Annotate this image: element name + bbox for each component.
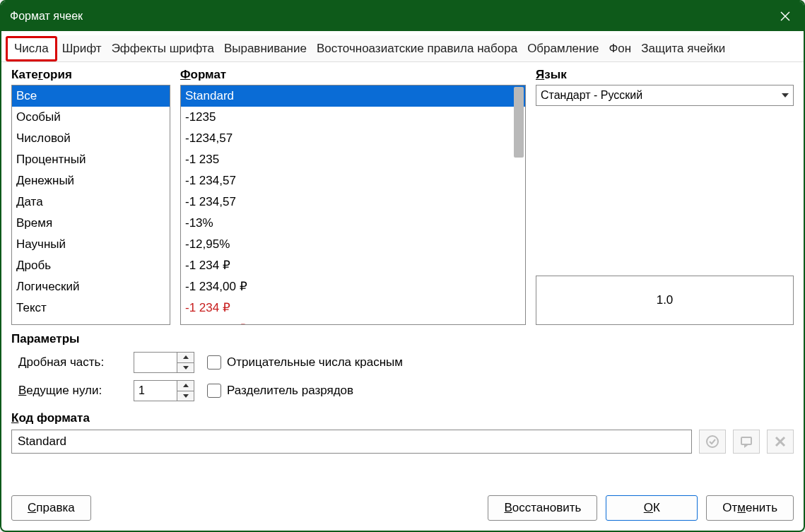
chevron-up-icon bbox=[183, 384, 189, 387]
chevron-up-icon bbox=[183, 355, 189, 359]
comment-icon bbox=[739, 435, 753, 449]
category-label: Категория bbox=[11, 68, 170, 82]
format-item[interactable]: -1235 bbox=[181, 107, 525, 128]
category-item[interactable]: Особый bbox=[12, 107, 170, 128]
category-item[interactable]: Время bbox=[12, 213, 170, 234]
language-column: Язык Стандарт - Русский 1.0 bbox=[536, 68, 794, 325]
format-item[interactable]: -13% bbox=[181, 213, 525, 234]
format-item[interactable]: -1 234,00 ₽ bbox=[181, 276, 525, 297]
format-listbox[interactable]: Standard-1235-1234,57-1 235-1 234,57-1 2… bbox=[180, 85, 526, 325]
chevron-down-icon bbox=[183, 394, 189, 398]
comment-button[interactable] bbox=[733, 430, 760, 454]
leading-spinner[interactable] bbox=[134, 380, 194, 401]
leading-input[interactable] bbox=[134, 381, 177, 401]
thousands-sep-option[interactable]: Разделитель разрядов bbox=[207, 384, 353, 398]
thousands-sep-checkbox[interactable] bbox=[207, 384, 221, 398]
dialog-body: Категория ВсеОсобыйЧисловойПроцентныйДен… bbox=[1, 62, 804, 485]
decimal-row: Дробная часть: Отрицательные числа красн… bbox=[18, 352, 794, 373]
close-icon bbox=[780, 11, 791, 22]
negative-red-option[interactable]: Отрицательные числа красным bbox=[207, 355, 403, 370]
tab-5[interactable]: Обрамление bbox=[522, 35, 604, 61]
negative-red-checkbox[interactable] bbox=[207, 355, 221, 370]
svg-point-2 bbox=[707, 436, 718, 447]
cancel-button[interactable]: Отменить bbox=[706, 495, 794, 521]
titlebar: Формат ячеек bbox=[1, 1, 804, 31]
parameters-title: Параметры bbox=[11, 332, 794, 346]
tab-3[interactable]: Выравнивание bbox=[219, 35, 312, 61]
x-icon bbox=[774, 435, 787, 448]
delete-code-button[interactable] bbox=[767, 430, 794, 454]
help-button[interactable]: Справка bbox=[11, 495, 91, 521]
svg-rect-3 bbox=[741, 437, 751, 444]
category-item[interactable]: Числовой bbox=[12, 128, 170, 149]
leading-label: Ведущие нули: bbox=[18, 384, 121, 398]
format-code-label: Код формата bbox=[11, 411, 794, 425]
decimal-spinner[interactable] bbox=[134, 352, 194, 373]
apply-code-button[interactable] bbox=[699, 430, 726, 454]
decimal-input[interactable] bbox=[134, 353, 177, 372]
tab-4[interactable]: Восточноазиатские правила набора bbox=[312, 35, 522, 61]
format-item[interactable]: -1234,57 bbox=[181, 128, 525, 149]
close-button[interactable] bbox=[775, 6, 795, 26]
language-value: Стандарт - Русский bbox=[541, 89, 642, 102]
format-column: Формат Standard-1235-1234,57-1 235-1 234… bbox=[180, 68, 526, 325]
decimal-up[interactable] bbox=[177, 353, 194, 363]
category-item[interactable]: Денежный bbox=[12, 170, 170, 191]
chevron-down-icon bbox=[782, 93, 789, 97]
top-row: Категория ВсеОсобыйЧисловойПроцентныйДен… bbox=[11, 68, 794, 325]
dialog-footer: Справка Восстановить ОК Отменить bbox=[1, 485, 804, 531]
ok-button[interactable]: ОК bbox=[606, 495, 698, 521]
format-item[interactable]: -1 235 bbox=[181, 149, 525, 170]
category-item[interactable]: Дробь bbox=[12, 255, 170, 276]
format-item[interactable]: -1 234,00 ₽ bbox=[181, 319, 525, 325]
leading-row: Ведущие нули: Разделитель разрядов bbox=[18, 380, 794, 401]
preview-value: 1.0 bbox=[657, 293, 674, 307]
category-item[interactable]: Текст bbox=[12, 297, 170, 319]
tab-6[interactable]: Фон bbox=[604, 35, 636, 61]
format-item[interactable]: -12,95% bbox=[181, 234, 525, 255]
category-item[interactable]: Научный bbox=[12, 234, 170, 255]
decimal-down[interactable] bbox=[177, 363, 194, 373]
category-listbox[interactable]: ВсеОсобыйЧисловойПроцентныйДенежныйДатаВ… bbox=[11, 85, 170, 325]
format-item[interactable]: -1 234 ₽ bbox=[181, 297, 525, 319]
category-item[interactable]: Логический bbox=[12, 276, 170, 297]
decimal-label: Дробная часть: bbox=[18, 355, 121, 370]
category-item[interactable]: Дата bbox=[12, 191, 170, 213]
format-code-input[interactable] bbox=[11, 430, 692, 454]
format-code-row bbox=[11, 430, 794, 454]
scrollbar-thumb[interactable] bbox=[514, 87, 524, 158]
format-label: Формат bbox=[180, 68, 526, 82]
leading-down[interactable] bbox=[177, 391, 194, 401]
parameters-section: Параметры Дробная часть: Отрицательные ч… bbox=[11, 332, 794, 408]
format-item[interactable]: -1 234,57 bbox=[181, 191, 525, 213]
format-item[interactable]: Standard bbox=[181, 85, 525, 107]
leading-up[interactable] bbox=[177, 381, 194, 391]
language-label: Язык bbox=[536, 68, 794, 82]
chevron-down-icon bbox=[183, 366, 189, 370]
category-column: Категория ВсеОсобыйЧисловойПроцентныйДен… bbox=[11, 68, 170, 325]
format-cells-dialog: Формат ячеек ЧислаШрифтЭффекты шрифтаВыр… bbox=[0, 0, 805, 532]
format-item[interactable]: -1 234,57 bbox=[181, 170, 525, 191]
category-item[interactable]: Все bbox=[12, 85, 170, 107]
format-item[interactable]: -1 234 ₽ bbox=[181, 255, 525, 276]
category-item[interactable]: Процентный bbox=[12, 149, 170, 170]
tabs-bar: ЧислаШрифтЭффекты шрифтаВыравниваниеВост… bbox=[1, 31, 804, 62]
titlebar-title: Формат ячеек bbox=[10, 10, 83, 23]
preview-box: 1.0 bbox=[536, 276, 794, 325]
tab-7[interactable]: Защита ячейки bbox=[636, 35, 730, 61]
language-select[interactable]: Стандарт - Русский bbox=[536, 85, 794, 106]
reset-button[interactable]: Восстановить bbox=[488, 495, 597, 521]
tab-1[interactable]: Шрифт bbox=[57, 35, 107, 61]
tab-2[interactable]: Эффекты шрифта bbox=[107, 35, 219, 61]
tab-0[interactable]: Числа bbox=[6, 36, 57, 61]
check-circle-icon bbox=[705, 435, 719, 449]
